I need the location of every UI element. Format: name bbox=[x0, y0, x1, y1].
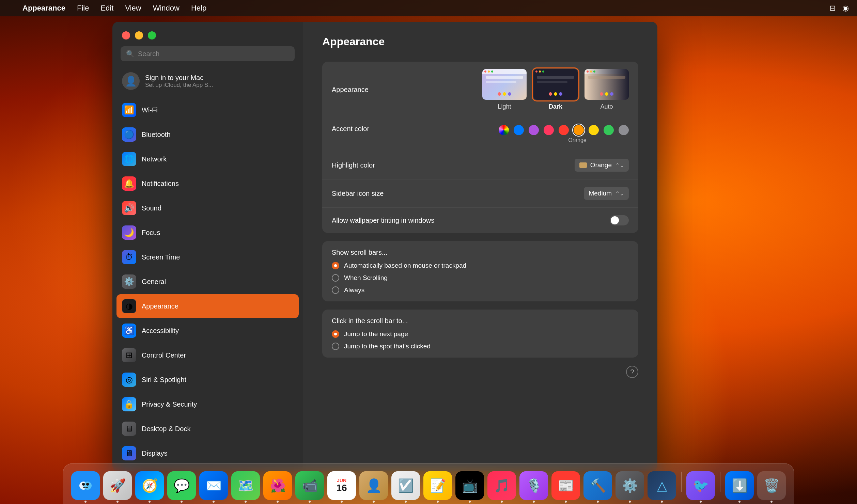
toggle-thumb bbox=[611, 216, 619, 224]
menubar-window[interactable]: Window bbox=[148, 2, 184, 14]
sidebar-item-displays[interactable]: 🖥 Displays bbox=[116, 441, 299, 465]
dock-app-finder[interactable] bbox=[71, 471, 100, 500]
scroll-when-scrolling-option[interactable]: When Scrolling bbox=[332, 274, 466, 282]
network-icon: 🌐 bbox=[122, 152, 136, 166]
menubar-file[interactable]: File bbox=[72, 2, 94, 14]
sidebar-item-controlcenter[interactable]: ⊞ Control Center bbox=[116, 343, 299, 367]
sidebar-item-desktop[interactable]: 🖥 Desktop & Dock bbox=[116, 417, 299, 441]
dock-app-podcasts[interactable]: 🎙️ bbox=[519, 471, 548, 500]
dock-app-music[interactable]: 🎵 bbox=[487, 471, 516, 500]
accent-blue[interactable] bbox=[514, 125, 524, 135]
accent-purple[interactable] bbox=[529, 125, 539, 135]
dock-app-systemprefs[interactable]: ⚙️ bbox=[616, 471, 644, 500]
sidebar-item-bluetooth[interactable]: 🔵 Bluetooth bbox=[116, 123, 299, 146]
scroll-auto-option[interactable]: Automatically based on mouse or trackpad bbox=[332, 262, 466, 269]
dock-app-maps[interactable]: 🗺️ bbox=[231, 471, 260, 500]
wallpaper-tinting-toggle[interactable] bbox=[610, 215, 629, 225]
dock-app-calendar[interactable]: JUN 16 bbox=[327, 471, 356, 500]
appearance-option-dark[interactable]: Dark bbox=[533, 69, 578, 110]
close-button[interactable] bbox=[122, 31, 130, 40]
window-controls bbox=[112, 22, 303, 46]
dock-app-photos[interactable]: 🌺 bbox=[263, 471, 292, 500]
accent-orange[interactable] bbox=[574, 125, 584, 135]
sidebar-item-sound[interactable]: 🔊 Sound bbox=[116, 196, 299, 220]
appearance-option-auto[interactable]: Auto bbox=[585, 69, 629, 110]
chevron-updown-icon: ⌃⌄ bbox=[615, 162, 624, 169]
jump-next-radio[interactable] bbox=[332, 330, 339, 338]
sidebar-item-notifications[interactable]: 🔔 Notifications bbox=[116, 172, 299, 195]
sidebar-item-accessibility[interactable]: ♿ Accessibility bbox=[116, 319, 299, 343]
scroll-always-label: Always bbox=[344, 286, 364, 294]
dock-app-news[interactable]: 📰 bbox=[551, 471, 580, 500]
search-input[interactable] bbox=[138, 50, 289, 58]
dock-app-launchpad[interactable]: 🚀 bbox=[103, 471, 132, 500]
jump-spot-radio[interactable] bbox=[332, 343, 339, 350]
menubar-items: Appearance File Edit View Window Help bbox=[18, 2, 211, 14]
dock-app-downloads[interactable]: ⬇️ bbox=[725, 471, 754, 500]
sidebar-item-screentime[interactable]: ⏱ Screen Time bbox=[116, 245, 299, 269]
scroll-always-option[interactable]: Always bbox=[332, 286, 466, 294]
scroll-when-scrolling-radio[interactable] bbox=[332, 274, 339, 282]
dock-app-trash[interactable]: 🗑️ bbox=[757, 471, 786, 500]
dock-app-reminders[interactable]: ☑️ bbox=[391, 471, 420, 500]
accent-red[interactable] bbox=[559, 125, 569, 135]
sidebar-label-privacy: Privacy & Security bbox=[142, 400, 197, 408]
menubar-edit[interactable]: Edit bbox=[96, 2, 118, 14]
highlight-color-value: Orange bbox=[590, 161, 612, 169]
menubar: Appearance File Edit View Window Help ⊟ … bbox=[0, 0, 857, 16]
sidebar-label-network: Network bbox=[142, 155, 167, 163]
dock-app-twitterrific[interactable]: 🐦 bbox=[686, 471, 715, 500]
avatar-icon: 👤 bbox=[122, 72, 140, 90]
menubar-app-name[interactable]: Appearance bbox=[18, 2, 70, 14]
wallpaper-tinting-row: Allow wallpaper tinting in windows bbox=[322, 208, 638, 233]
help-button[interactable]: ? bbox=[626, 366, 638, 378]
maximize-button[interactable] bbox=[148, 31, 156, 40]
scroll-bars-label: Show scroll bars... bbox=[332, 249, 387, 256]
notifications-icon: 🔔 bbox=[122, 176, 136, 191]
sidebar-item-signin[interactable]: 👤 Sign in to your Mac Set up iCloud, the… bbox=[116, 67, 299, 95]
dock-app-mail[interactable]: ✉️ bbox=[199, 471, 228, 500]
jump-next-label: Jump to the next page bbox=[344, 330, 408, 338]
accessibility-icon: ♿ bbox=[122, 324, 136, 338]
sidebar-item-focus[interactable]: 🌙 Focus bbox=[116, 221, 299, 245]
accent-pink[interactable] bbox=[544, 125, 554, 135]
accent-green[interactable] bbox=[604, 125, 614, 135]
highlight-swatch bbox=[579, 162, 587, 168]
sidebar-label-wifi: Wi-Fi bbox=[142, 106, 158, 114]
accent-multicolor[interactable] bbox=[499, 125, 509, 135]
sidebar-label-sound: Sound bbox=[142, 204, 161, 212]
sidebar-icon-size-dropdown[interactable]: Medium ⌃⌄ bbox=[584, 187, 629, 200]
dock-app-appletv[interactable]: 📺 bbox=[455, 471, 484, 500]
menubar-view[interactable]: View bbox=[120, 2, 146, 14]
accent-yellow[interactable] bbox=[589, 125, 599, 135]
dock-app-contacts[interactable]: 👤 bbox=[359, 471, 388, 500]
menubar-help[interactable]: Help bbox=[186, 2, 211, 14]
sidebar-item-siri[interactable]: ◎ Siri & Spotlight bbox=[116, 368, 299, 392]
control-strip-icon[interactable]: ⊟ bbox=[829, 4, 836, 13]
sidebar-item-privacy[interactable]: 🔒 Privacy & Security bbox=[116, 392, 299, 416]
dock-app-safari[interactable]: 🧭 bbox=[135, 471, 164, 500]
scroll-always-radio[interactable] bbox=[332, 286, 339, 294]
dock-app-messages[interactable]: 💬 bbox=[167, 471, 196, 500]
sidebar-icon-size-value: Medium bbox=[589, 190, 612, 197]
jump-spot-option[interactable]: Jump to the spot that's clicked bbox=[332, 343, 431, 350]
sidebar-label-siri: Siri & Spotlight bbox=[142, 376, 186, 384]
dock-app-altool[interactable]: △ bbox=[648, 471, 676, 500]
dock-app-facetime[interactable]: 📹 bbox=[295, 471, 324, 500]
dock-app-notes[interactable]: 📝 bbox=[423, 471, 452, 500]
highlight-color-dropdown[interactable]: Orange ⌃⌄ bbox=[575, 159, 629, 172]
accent-graphite[interactable] bbox=[619, 125, 629, 135]
scroll-auto-radio[interactable] bbox=[332, 262, 339, 269]
sidebar-item-appearance[interactable]: ◑ Appearance bbox=[116, 294, 299, 318]
displays-icon: 🖥 bbox=[122, 446, 136, 460]
siri-icon[interactable]: ◉ bbox=[842, 4, 849, 13]
dock-app-appstore[interactable]: 🔨 bbox=[583, 471, 612, 500]
sidebar-item-network[interactable]: 🌐 Network bbox=[116, 147, 299, 171]
sidebar-item-wifi[interactable]: 📶 Wi-Fi bbox=[116, 98, 299, 122]
appearance-option-light[interactable]: Light bbox=[482, 69, 527, 110]
scroll-bars-section: Show scroll bars... Automatically based … bbox=[322, 241, 638, 301]
minimize-button[interactable] bbox=[135, 31, 143, 40]
jump-spot-label: Jump to the spot that's clicked bbox=[344, 343, 431, 350]
jump-next-option[interactable]: Jump to the next page bbox=[332, 330, 431, 338]
sidebar-item-general[interactable]: ⚙️ General bbox=[116, 270, 299, 294]
